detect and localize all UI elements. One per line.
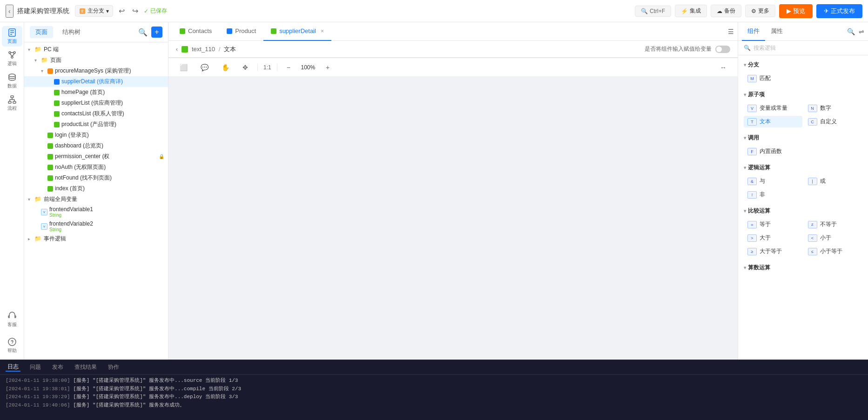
file-search-button[interactable]: 🔍	[138, 28, 148, 37]
tree-node-supplierlist[interactable]: supplierList (供应商管理)	[24, 98, 168, 108]
tree-node-var1[interactable]: v frontendVariable1 String	[24, 205, 168, 219]
move-button[interactable]: ✥	[239, 62, 252, 73]
breadcrumb-toggle[interactable]	[715, 46, 730, 53]
tree-node-homepage[interactable]: homePage (首页)	[24, 87, 168, 98]
log-tab-issues[interactable]: 问题	[28, 363, 43, 371]
toolbar-separator-1	[257, 64, 258, 71]
page-icon-dashboard	[47, 143, 53, 149]
flow-icon	[7, 95, 17, 104]
tree-node-var2[interactable]: v frontendVariable2 String	[24, 219, 168, 233]
tree-node-procure[interactable]: ▾ procureManageSys (采购管理)	[24, 66, 168, 76]
backup-button[interactable]: ☁ 备份	[711, 5, 741, 17]
right-item-builtin[interactable]: F 内置函数	[744, 146, 802, 157]
right-panel-expand-toggle[interactable]: ⇌	[859, 28, 864, 35]
right-item-greater[interactable]: > 大于	[744, 232, 802, 244]
tree-node-frontend-vars[interactable]: ▾ 📁 前端全局变量	[24, 194, 168, 205]
tree-label-noauth: noAuth (无权限页面)	[55, 163, 164, 171]
tree-node-dashboard[interactable]: dashboard (总览页)	[24, 140, 168, 151]
greater-label: 大于	[760, 234, 771, 242]
tree-node-index[interactable]: index (首页)	[24, 183, 168, 194]
breadcrumb-page-icon	[182, 46, 188, 53]
sidebar-item-flow[interactable]: 流程	[2, 93, 22, 113]
right-panel-search-toggle[interactable]: 🔍	[847, 28, 855, 35]
breadcrumb-toggle-label: 是否将组件输入赋值给变量	[645, 45, 712, 53]
tree-node-pages[interactable]: ▾ 📁 页面	[24, 55, 168, 66]
sidebar-label-service: 客服	[7, 321, 17, 328]
right-section-header-math[interactable]: ▾ 算数运算	[738, 261, 868, 273]
tree-node-productlist[interactable]: productList (产品管理)	[24, 119, 168, 130]
right-item-lessequal[interactable]: ≤ 小于等于	[804, 246, 863, 257]
right-search-input[interactable]	[754, 45, 862, 51]
tab-menu-button[interactable]: ☰	[728, 28, 734, 35]
tree-node-login[interactable]: login (登录页)	[24, 130, 168, 140]
tab-supplierdetail[interactable]: supplierDetail ×	[263, 22, 331, 41]
zoom-out-button[interactable]: −	[283, 62, 294, 73]
tab-page[interactable]: 页面	[30, 26, 53, 38]
log-tab-logs[interactable]: 日志	[6, 363, 20, 372]
right-section-header-call[interactable]: ▾ 调用	[738, 131, 868, 144]
tree-arrow-pc: ▾	[28, 47, 34, 52]
comment-button[interactable]: 💬	[197, 62, 212, 73]
preview-button[interactable]: ▶ 预览	[779, 4, 813, 18]
sidebar-item-service[interactable]: 客服	[2, 309, 22, 330]
breadcrumb-back-button[interactable]: ‹	[176, 46, 178, 53]
breadcrumb-parent[interactable]: text_110	[192, 46, 215, 53]
right-item-number[interactable]: N 数字	[804, 102, 863, 114]
right-item-variable[interactable]: V 变量或常量	[744, 102, 802, 114]
sidebar-item-data[interactable]: 数据	[2, 71, 22, 91]
tree-node-notfound[interactable]: notFound (找不到页面)	[24, 173, 168, 183]
right-section-header-compare[interactable]: ▾ 比较运算	[738, 204, 868, 217]
right-section-header-logic[interactable]: ▾ 逻辑运算	[738, 161, 868, 173]
right-panel: 组件 属性 🔍 ⇌ 🔍 ▾ 分支 M 匹配	[738, 22, 868, 360]
sidebar-item-help[interactable]: 帮助	[2, 335, 22, 356]
zoom-in-button[interactable]: +	[322, 62, 333, 73]
right-item-equal[interactable]: = 等于	[744, 219, 802, 230]
right-item-and[interactable]: & 与	[744, 175, 802, 187]
right-item-custom[interactable]: C 自定义	[804, 116, 863, 127]
page-icon-permission	[47, 154, 53, 160]
tree-node-event-logic[interactable]: ▸ 📁 事件逻辑	[24, 233, 168, 244]
tree-node-noauth[interactable]: noAuth (无权限页面)	[24, 162, 168, 173]
right-item-less[interactable]: < 小于	[804, 232, 863, 244]
sidebar-item-logic[interactable]: 逻辑	[2, 48, 22, 69]
log-tab-collab[interactable]: 协作	[106, 363, 121, 371]
more-button[interactable]: ⚙ 更多	[745, 5, 775, 17]
tab-close-supplierdetail[interactable]: ×	[321, 28, 324, 34]
fit-button[interactable]: ↔	[716, 62, 730, 73]
tree-label-supplierlist: supplierList (供应商管理)	[61, 99, 164, 107]
tree-node-supplierdetail[interactable]: supplierDetail (供应商详)	[24, 76, 168, 87]
right-item-greaterequal[interactable]: ≥ 大于等于	[744, 246, 802, 257]
file-add-button[interactable]: +	[151, 27, 162, 38]
right-section-header-branch[interactable]: ▾ 分支	[738, 58, 868, 71]
integrate-button[interactable]: ⚡ 集成	[675, 5, 707, 17]
tab-contacts[interactable]: Contacts	[172, 22, 219, 41]
search-button[interactable]: 🔍 Ctrl+F	[635, 6, 671, 17]
right-section-header-atomic[interactable]: ▾ 原子项	[738, 88, 868, 100]
hand-button[interactable]: ✋	[218, 62, 233, 73]
redo-button[interactable]: ↪	[130, 5, 140, 17]
right-item-text[interactable]: T 文本	[744, 116, 802, 127]
sidebar-item-page[interactable]: 页面	[2, 26, 22, 47]
right-item-match[interactable]: M 匹配	[744, 73, 802, 84]
tree-node-contactslist[interactable]: contactsList (联系人管理)	[24, 108, 168, 119]
tab-tree[interactable]: 结构树	[57, 26, 86, 38]
tree-label-index: index (首页)	[55, 185, 164, 193]
tree-node-pc[interactable]: ▾ 📁 PC 端	[24, 44, 168, 55]
frame-button[interactable]: ⬜	[176, 62, 191, 73]
right-tab-component[interactable]: 组件	[742, 22, 765, 41]
publish-button[interactable]: ✈ 正式发布	[816, 4, 862, 18]
log-tab-publish[interactable]: 发布	[50, 363, 65, 371]
right-item-notequal[interactable]: ≠ 不等于	[804, 219, 863, 230]
right-item-or[interactable]: | 或	[804, 175, 863, 187]
right-item-not[interactable]: ! 非	[744, 189, 802, 200]
page-icon	[7, 28, 17, 37]
log-tab-search[interactable]: 查找结果	[73, 363, 99, 371]
branch-selector[interactable]: 主 主分支 ▾	[75, 5, 113, 17]
back-button[interactable]: ‹	[6, 5, 13, 18]
undo-button[interactable]: ↩	[117, 5, 127, 17]
tree-node-permission[interactable]: permission_center (权 🔒	[24, 151, 168, 162]
math-section-arrow: ▾	[744, 265, 746, 270]
right-tab-property[interactable]: 属性	[765, 22, 788, 41]
tree-label-frontend-vars: 前端全局变量	[44, 195, 164, 203]
tab-product[interactable]: Product	[219, 22, 263, 41]
